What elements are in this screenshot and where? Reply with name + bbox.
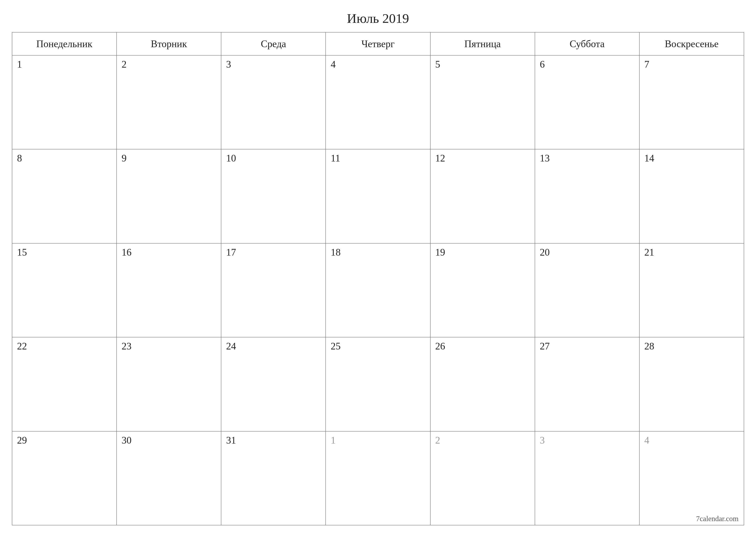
day-number: 3: [226, 59, 231, 70]
weekday-header: Пятница: [430, 32, 535, 55]
day-number: 19: [435, 247, 445, 258]
day-cell: 19: [430, 243, 535, 337]
day-number: 8: [17, 153, 22, 164]
day-cell: 15: [12, 243, 117, 337]
day-number: 12: [435, 153, 445, 164]
day-number: 2: [122, 59, 126, 70]
day-cell: 1: [12, 55, 117, 149]
day-cell: 26: [430, 337, 535, 431]
day-cell: 6: [535, 55, 639, 149]
day-number: 6: [540, 59, 545, 70]
day-cell: 29: [12, 431, 117, 525]
day-cell: 5: [430, 55, 535, 149]
day-cell: 20: [535, 243, 639, 337]
day-number: 4: [331, 59, 336, 70]
day-number: 30: [122, 435, 131, 446]
calendar-row: 22 23 24 25 26 27 28: [12, 337, 744, 431]
day-cell: 11: [326, 149, 430, 243]
day-number: 25: [331, 341, 340, 352]
day-cell: 1: [326, 431, 430, 525]
day-number: 24: [226, 341, 236, 352]
calendar-row: 29 30 31 1 2 3 4 7calendar.com: [12, 431, 744, 525]
calendar-row: 1 2 3 4 5 6 7: [12, 55, 744, 149]
calendar-table: Понедельник Вторник Среда Четверг Пятниц…: [12, 32, 744, 525]
day-cell: 8: [12, 149, 117, 243]
day-cell: 27: [535, 337, 639, 431]
day-cell: 28: [639, 337, 744, 431]
day-number: 20: [540, 247, 550, 258]
day-cell: 13: [535, 149, 639, 243]
day-number: 7: [644, 59, 649, 70]
day-number: 13: [540, 153, 550, 164]
day-cell: 22: [12, 337, 117, 431]
day-number: 3: [540, 435, 545, 446]
calendar-body: 1 2 3 4 5 6 7 8 9 10 11 12 13 14 15 16 1…: [12, 55, 744, 525]
calendar-page: Июль 2019 Понедельник Вторник Среда Четв…: [0, 0, 756, 534]
calendar-title: Июль 2019: [12, 11, 744, 26]
day-number: 1: [17, 59, 22, 70]
day-cell: 2: [117, 55, 221, 149]
day-number: 16: [122, 247, 131, 258]
day-cell: 2: [430, 431, 535, 525]
day-number: 17: [226, 247, 236, 258]
day-cell: 4 7calendar.com: [639, 431, 744, 525]
day-number: 11: [331, 153, 340, 164]
day-cell: 3: [535, 431, 639, 525]
day-number: 18: [331, 247, 340, 258]
weekday-header-row: Понедельник Вторник Среда Четверг Пятниц…: [12, 32, 744, 55]
day-number: 21: [644, 247, 654, 258]
weekday-header: Четверг: [326, 32, 430, 55]
day-cell: 12: [430, 149, 535, 243]
day-cell: 31: [221, 431, 326, 525]
day-number: 2: [435, 435, 440, 446]
day-number: 15: [17, 247, 27, 258]
day-cell: 4: [326, 55, 430, 149]
day-number: 22: [17, 341, 27, 352]
day-cell: 25: [326, 337, 430, 431]
day-number: 4: [644, 435, 649, 446]
day-cell: 7: [639, 55, 744, 149]
calendar-row: 15 16 17 18 19 20 21: [12, 243, 744, 337]
day-cell: 23: [117, 337, 221, 431]
day-number: 29: [17, 435, 27, 446]
day-cell: 3: [221, 55, 326, 149]
day-cell: 9: [117, 149, 221, 243]
day-cell: 21: [639, 243, 744, 337]
weekday-header: Понедельник: [12, 32, 117, 55]
day-cell: 17: [221, 243, 326, 337]
weekday-header: Среда: [221, 32, 326, 55]
day-number: 1: [331, 435, 336, 446]
weekday-header: Воскресенье: [639, 32, 744, 55]
day-number: 31: [226, 435, 236, 446]
day-cell: 16: [117, 243, 221, 337]
day-cell: 24: [221, 337, 326, 431]
day-number: 9: [122, 153, 126, 164]
day-number: 27: [540, 341, 550, 352]
day-number: 28: [644, 341, 654, 352]
day-number: 23: [122, 341, 131, 352]
day-number: 5: [435, 59, 440, 70]
weekday-header: Вторник: [117, 32, 221, 55]
day-cell: 14: [639, 149, 744, 243]
day-cell: 30: [117, 431, 221, 525]
calendar-row: 8 9 10 11 12 13 14: [12, 149, 744, 243]
day-number: 10: [226, 153, 236, 164]
footer-credit: 7calendar.com: [696, 515, 739, 523]
day-number: 14: [644, 153, 654, 164]
day-number: 26: [435, 341, 445, 352]
day-cell: 18: [326, 243, 430, 337]
weekday-header: Суббота: [535, 32, 639, 55]
day-cell: 10: [221, 149, 326, 243]
